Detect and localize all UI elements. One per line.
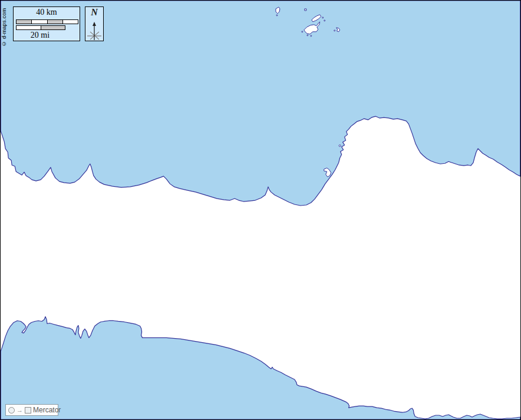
scale-segment [17, 20, 32, 24]
projection-panel: → Mercator [5, 404, 58, 416]
scale-segment [48, 20, 63, 24]
map-geometry [1, 1, 520, 419]
south-sea [1, 316, 520, 419]
scale-mi-label: 20 mi [16, 31, 64, 40]
scale-panel: 40 km 20 mi [13, 6, 80, 41]
scale-segment [41, 26, 65, 29]
map-canvas: 40 km 20 mi N © d-maps.com → Mercator [0, 0, 521, 420]
scale-bar-km [16, 19, 78, 24]
projection-label: Mercator [33, 406, 61, 414]
attribution-text: © d-maps.com [1, 5, 7, 47]
square-icon [25, 407, 31, 414]
scale-km-label: 40 km [14, 8, 80, 17]
compass-rose-icon [85, 20, 103, 41]
compass-panel: N [85, 6, 104, 41]
circle-icon [8, 407, 15, 414]
scale-segment [32, 20, 47, 24]
scale-segment [17, 26, 41, 29]
compass-north-label: N [85, 7, 103, 18]
scale-segment [63, 20, 78, 24]
arrow-right-icon: → [17, 407, 23, 414]
scale-bar-mi [16, 25, 65, 30]
